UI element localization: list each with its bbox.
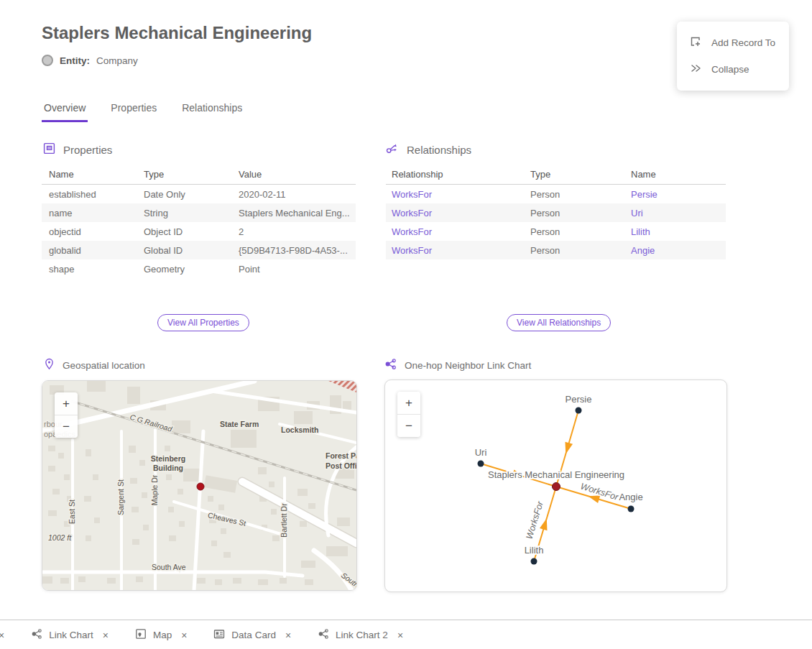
node-lilith[interactable]: [531, 558, 538, 565]
map-label: Bartlett Dr: [280, 503, 288, 538]
view-tab-link-chart-2[interactable]: Link Chart 2 ×: [318, 628, 403, 642]
menu-item-collapse[interactable]: Collapse: [677, 62, 789, 77]
map-icon: [135, 628, 147, 642]
table-row: name String Staplers Mechanical Eng...: [42, 203, 356, 222]
table-row: objectid Object ID 2: [42, 222, 356, 241]
map-marker[interactable]: [197, 483, 204, 490]
cell-value: 2020-02-11: [239, 189, 356, 200]
entity-link[interactable]: Lilith: [631, 226, 726, 237]
link-chart-icon: [318, 628, 329, 642]
node-angie[interactable]: [628, 506, 635, 512]
collapse-icon: [689, 62, 702, 77]
node-label: Lilith: [525, 545, 544, 556]
relationship-link[interactable]: WorksFor: [386, 226, 530, 237]
view-tab-link-chart[interactable]: Link Chart ×: [31, 628, 109, 642]
node-uri[interactable]: [478, 461, 484, 467]
view-tab-data-card[interactable]: Data Card ×: [213, 628, 291, 642]
zoom-in-button[interactable]: +: [55, 392, 78, 415]
table-row: WorksFor Person Angie: [386, 241, 726, 259]
entity-link[interactable]: Persie: [631, 189, 726, 200]
menu-item-add-record-to[interactable]: Add Record To: [677, 35, 789, 50]
tab-label: Data Card: [231, 630, 276, 640]
entity-type-icon: [42, 55, 53, 66]
cell-type: Person: [530, 245, 631, 256]
relationship-link[interactable]: WorksFor: [386, 245, 530, 256]
entity-label: Entity:: [60, 55, 90, 66]
map-pin-icon: [44, 358, 55, 372]
node-center-entity[interactable]: [553, 483, 560, 491]
tab-label: Link Chart 2: [336, 630, 388, 640]
view-all-properties-button[interactable]: View All Properties: [157, 314, 249, 331]
section-title: Properties: [63, 144, 112, 156]
close-icon[interactable]: ×: [285, 630, 291, 641]
zoom-in-button[interactable]: +: [397, 392, 420, 414]
tab-label: Link Chart: [49, 630, 93, 640]
table-row: WorksFor Person Lilith: [386, 222, 726, 241]
table-row: globalid Global ID {5D9B4713-F98D-4A53-.…: [42, 241, 356, 259]
col-header-name: Name: [631, 169, 726, 180]
close-icon[interactable]: ×: [0, 630, 4, 641]
table-header: Name Type Value: [42, 164, 356, 185]
geospatial-section-header: Geospatial location: [44, 358, 145, 372]
menu-item-label: Add Record To: [711, 37, 775, 48]
cell-value: Point: [239, 264, 356, 275]
cell-value: {5D9B4713-F98D-4A53-...: [239, 245, 356, 256]
map-zoom-control: + −: [55, 392, 78, 438]
node-label: Uri: [475, 447, 487, 458]
relationship-link[interactable]: WorksFor: [386, 208, 530, 218]
data-card-icon: [213, 628, 225, 642]
link-chart-icon: [31, 628, 42, 642]
geospatial-map[interactable]: + −: [42, 380, 357, 591]
relationships-table: Relationship Type Name WorksFor Person P…: [386, 164, 726, 259]
one-hop-link-chart[interactable]: + −: [384, 379, 727, 592]
section-title: Relationships: [407, 144, 471, 156]
link-chart-zoom-control: + −: [397, 392, 420, 437]
node-label: Persie: [566, 394, 592, 405]
cell-value: 2: [239, 226, 356, 237]
link-chart-canvas: Persie Uri Angie Lilith Staplers Mechani…: [385, 380, 725, 590]
map-label: East St: [68, 500, 76, 524]
map-label: Steinberg: [151, 454, 185, 463]
node-persie[interactable]: [576, 408, 582, 414]
map-label: Forest Par: [326, 451, 356, 460]
view-all-relationships-button[interactable]: View All Relationships: [507, 314, 611, 331]
data-card-page: Staplers Mechanical Engineering Entity: …: [0, 0, 812, 649]
table-header: Relationship Type Name: [386, 164, 726, 185]
col-header-type: Type: [530, 169, 631, 180]
entity-link[interactable]: Angie: [631, 245, 726, 256]
close-icon[interactable]: ×: [181, 630, 187, 641]
entity-link[interactable]: Uri: [631, 208, 726, 218]
tab-properties[interactable]: Properties: [109, 102, 159, 122]
close-icon[interactable]: ×: [103, 630, 109, 641]
cell-type: Person: [530, 189, 631, 200]
map-label: South Ave: [152, 563, 186, 571]
map-canvas: rbour opaedics C G Railroad State Farm L…: [42, 381, 356, 590]
context-menu: Add Record To Collapse: [677, 22, 789, 91]
map-label: Sargent St: [116, 479, 125, 515]
cell-name: objectid: [42, 226, 144, 237]
map-scale-label: 1002 ft: [48, 533, 72, 542]
map-label: Maple Dr: [150, 474, 159, 505]
col-header-name: Name: [42, 169, 144, 180]
relationship-link[interactable]: WorksFor: [386, 189, 530, 200]
cell-type: Date Only: [144, 189, 239, 200]
cell-type: Object ID: [144, 226, 239, 237]
view-tab-map[interactable]: Map ×: [135, 628, 187, 642]
tab-overview[interactable]: Overview: [42, 102, 88, 122]
zoom-out-button[interactable]: −: [397, 415, 420, 437]
cell-type: Person: [530, 226, 631, 237]
cell-type: Person: [530, 208, 631, 218]
cell-type: Global ID: [144, 245, 239, 256]
map-label: State Farm: [220, 420, 259, 428]
tab-relationships[interactable]: Relationships: [180, 102, 244, 122]
properties-section-header: Properties: [43, 142, 112, 157]
link-chart-icon: [384, 358, 397, 372]
cell-name: shape: [42, 264, 144, 275]
cell-type: String: [144, 208, 239, 218]
one-hop-section-header: One-hop Neighbor Link Chart: [384, 358, 531, 372]
zoom-out-button[interactable]: −: [55, 415, 78, 438]
close-icon[interactable]: ×: [397, 630, 403, 641]
col-header-type: Type: [144, 169, 239, 180]
table-row: WorksFor Person Uri: [386, 203, 726, 222]
map-label: Post Offic: [326, 461, 356, 470]
